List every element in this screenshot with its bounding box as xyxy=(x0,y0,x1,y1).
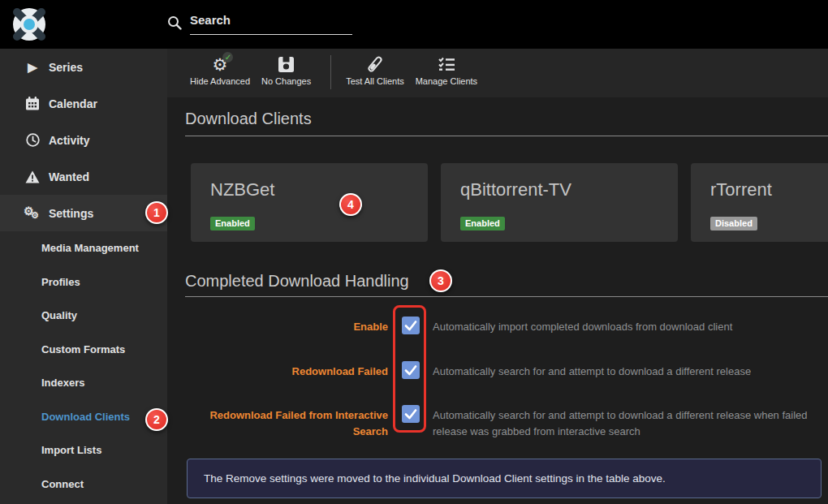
sidebar-item-label: Calendar xyxy=(49,97,97,110)
sidebar-item-activity[interactable]: Activity xyxy=(0,122,167,158)
status-badge: Disabled xyxy=(710,217,757,230)
download-clients-heading: Download Clients xyxy=(185,97,828,136)
sidebar-item-custom-formats[interactable]: Custom Formats xyxy=(0,333,167,367)
annotation-marker-1: 1 xyxy=(145,201,168,224)
setting-label: Redownload Failed from Interactive Searc… xyxy=(167,403,388,440)
redownload-failed-interactive-checkbox[interactable] xyxy=(402,405,420,423)
no-changes-button[interactable]: No Changes xyxy=(258,49,314,97)
client-name: qBittorrent-TV xyxy=(460,179,658,200)
save-floppy-icon xyxy=(278,54,294,75)
sidebar-item-label: Activity xyxy=(49,134,90,147)
status-badge: Enabled xyxy=(210,217,255,230)
client-card-nzbget[interactable]: NZBGet Enabled xyxy=(191,163,428,242)
toolbar-button-label: Manage Clients xyxy=(416,76,477,87)
setting-help-text: Automatically search for and attempt to … xyxy=(433,359,821,380)
sidebar-item-label: Wanted xyxy=(49,170,89,183)
check-icon xyxy=(402,361,420,379)
client-card-qbittorrent-tv[interactable]: qBittorrent-TV Enabled xyxy=(441,163,678,242)
advanced-gear-check-icon: ⚙ ✓ xyxy=(213,54,228,75)
setting-label: Enable xyxy=(167,314,388,335)
setting-row-redownload-failed: Redownload Failed Automatically search f… xyxy=(167,359,828,403)
toolbar-button-label: Hide Advanced xyxy=(190,76,250,87)
sidebar-item-settings[interactable]: ⚙⚙ Settings xyxy=(0,195,167,231)
settings-content: Download Clients NZBGet Enabled qBittorr… xyxy=(167,97,828,504)
setting-help-text: Automatically import completed downloads… xyxy=(433,314,821,335)
redownload-failed-checkbox[interactable] xyxy=(402,361,420,379)
test-all-clients-button[interactable]: Test All Clients xyxy=(343,49,408,97)
sidebar-item-series[interactable]: ▶ Series xyxy=(0,49,167,85)
app-header: Search xyxy=(0,0,828,49)
setting-help-text: Automatically search for and attempt to … xyxy=(433,403,821,440)
warning-icon xyxy=(23,170,42,183)
enable-checkbox[interactable] xyxy=(402,317,420,334)
sidebar-item-indexers[interactable]: Indexers xyxy=(0,366,167,400)
client-name: NZBGet xyxy=(210,179,408,200)
sidebar-item-media-management[interactable]: Media Management xyxy=(0,231,167,265)
sidebar-item-label: Series xyxy=(49,61,83,74)
hide-advanced-button[interactable]: ⚙ ✓ Hide Advanced xyxy=(187,49,253,97)
toolbar-separator xyxy=(330,55,331,89)
check-icon xyxy=(402,405,420,423)
sidebar-item-profiles[interactable]: Profiles xyxy=(0,265,167,299)
manage-clients-button[interactable]: Manage Clients xyxy=(412,49,481,97)
setting-label: Redownload Failed xyxy=(167,359,388,380)
check-icon xyxy=(402,317,420,334)
test-tube-icon xyxy=(366,54,384,75)
sidebar-item-download-clients[interactable]: Download Clients xyxy=(0,400,167,434)
sidebar: ▶ Series Calendar Activity xyxy=(0,49,167,504)
setting-row-enable: Enable Automatically import completed do… xyxy=(167,314,828,359)
manage-list-icon xyxy=(438,54,455,75)
info-banner: The Remove settings were moved to the in… xyxy=(187,459,822,498)
annotation-marker-4: 4 xyxy=(339,193,362,216)
setting-row-redownload-failed-interactive: Redownload Failed from Interactive Searc… xyxy=(167,403,828,459)
sidebar-item-wanted[interactable]: Wanted xyxy=(0,158,167,195)
toolbar-button-label: No Changes xyxy=(261,76,311,87)
completed-download-handling-form: Enable Automatically import completed do… xyxy=(167,314,828,459)
client-name: rTorrent xyxy=(710,179,828,200)
page-toolbar: ⚙ ✓ Hide Advanced No Changes Test All Cl… xyxy=(167,49,828,97)
play-icon: ▶ xyxy=(23,60,42,75)
sidebar-item-quality[interactable]: Quality xyxy=(0,299,167,333)
sidebar-item-label: Settings xyxy=(49,207,93,220)
client-cards-row: NZBGet Enabled qBittorrent-TV Enabled rT… xyxy=(191,163,828,242)
clock-icon xyxy=(23,133,42,147)
annotation-marker-2: 2 xyxy=(145,408,168,431)
annotation-marker-3: 3 xyxy=(429,269,452,292)
sidebar-item-connect[interactable]: Connect xyxy=(0,467,167,502)
search-input[interactable]: Search xyxy=(190,13,352,35)
sidebar-item-calendar[interactable]: Calendar xyxy=(0,85,167,122)
status-badge: Enabled xyxy=(460,217,505,230)
calendar-icon xyxy=(23,97,42,110)
completed-download-handling-heading: Completed Download Handling xyxy=(185,272,828,297)
client-card-rtorrent[interactable]: rTorrent Disabled xyxy=(691,163,828,242)
search-icon xyxy=(167,15,182,30)
search-bar: Search xyxy=(167,13,352,35)
gears-icon: ⚙⚙ xyxy=(23,205,42,222)
sidebar-item-import-lists[interactable]: Import Lists xyxy=(0,433,167,467)
sonarr-logo[interactable] xyxy=(11,6,47,42)
toolbar-button-label: Test All Clients xyxy=(346,76,404,87)
